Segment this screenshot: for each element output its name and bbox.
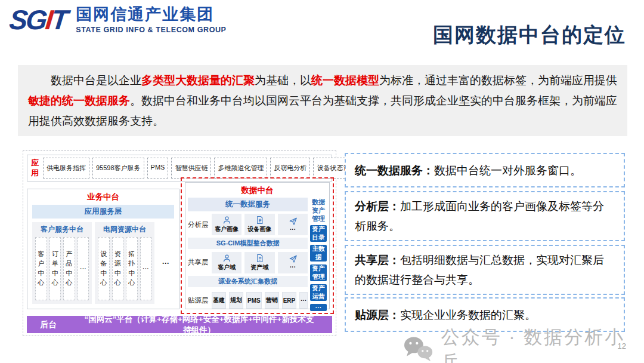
company-logo: SGIT 国网信通产业集团 STATE GRID INFO & TELECOM …	[10, 6, 227, 34]
data-layer-items: 基建规划PMS营销ERP···	[212, 292, 308, 309]
data-service-card[interactable]: 客户画像	[212, 214, 242, 235]
intro-text-segment: 为基础，以	[255, 74, 311, 87]
data-service-card[interactable]: 客户域	[212, 252, 242, 273]
data-service-card[interactable]: ···	[278, 214, 308, 235]
data-layer-items: 客户域资产域···	[212, 252, 308, 273]
business-sub-platform: 电网资源中台设 备 中 心资 源 中 心拓 扑 中 心···	[95, 222, 154, 304]
wechat-icon	[403, 336, 434, 363]
data-platform-layers: 统一数据服务 分析层客户画像设备画像···SG-CIM模型整合数据共享层客户域资…	[188, 197, 308, 312]
data-layer-row: 分析层客户画像设备画像···	[188, 213, 308, 236]
center-column[interactable]: 客 户 中 心	[35, 237, 47, 300]
intro-text-segment: 为标准，通过丰富的数据标签，为前端应用提供	[379, 74, 617, 87]
person-icon	[222, 216, 231, 224]
watermark: 公众号 · 数据分析小兵	[403, 325, 644, 363]
app-button[interactable]: 智慧供应链	[171, 158, 211, 179]
note-text: 分析层：加工形成面向业务的客户画像及标签等分析服务。	[355, 196, 615, 236]
source-system-chip[interactable]: PMS	[246, 292, 262, 309]
data-integration-bar: 源业务系统汇集数据	[188, 276, 308, 287]
data-platform-title: 数据中台	[188, 183, 327, 197]
data-service-label: ···	[290, 226, 296, 233]
app-button[interactable]: PMS	[147, 158, 169, 179]
app-button[interactable]: 反窃电分析	[270, 158, 310, 179]
note-term: 共享层：	[355, 254, 400, 266]
company-name-cn: 国网信通产业集团	[76, 6, 226, 24]
application-row-label: 应 用	[31, 158, 39, 178]
sub-platform-title: 电网资源中台	[98, 224, 151, 235]
source-system-chip[interactable]: 基建	[212, 292, 226, 309]
intro-paragraph: 数据中台是以企业多类型大数据量的汇聚为基础，以统一数据模型为标准，通过丰富的数据…	[18, 65, 627, 136]
data-service-card[interactable]: 设备画像	[244, 214, 274, 235]
note-desc: 数据中台统一对外服务窗口。	[434, 164, 581, 177]
unified-data-service-bar: 统一数据服务	[188, 198, 308, 211]
intro-text-segment: 数据中台是以企业	[51, 74, 141, 87]
data-layer-label: 贴源层	[188, 296, 209, 305]
note-term: 分析层：	[355, 200, 400, 213]
center-column[interactable]: 设 备 中 心	[98, 237, 110, 300]
asset-button[interactable]: 资产管理	[310, 264, 327, 281]
backend-bar: 后台 “国网云”平台（计算+存储+网络+安全+数据库+中间件+新技术支持组件）	[27, 316, 332, 333]
app-button[interactable]: 供电服务指挥	[43, 158, 89, 179]
center-column[interactable]: 订 单 中 心	[49, 237, 61, 300]
center-column[interactable]: 拓 扑 中 心	[126, 237, 138, 300]
data-asset-title: 数据资产管理	[310, 198, 327, 223]
source-system-chip[interactable]: 营销	[265, 292, 279, 309]
note-term: 贴源层：	[355, 309, 400, 321]
app-button[interactable]: 多维频道化管理	[214, 158, 267, 179]
more-column[interactable]: ···	[140, 237, 152, 300]
data-layer-row: 共享层客户域资产域···	[188, 250, 308, 274]
note-box: 统一数据服务：数据中台统一对外服务窗口。	[345, 153, 625, 187]
send-icon	[289, 254, 298, 263]
send-icon	[289, 217, 298, 226]
source-system-chip[interactable]: 规划	[229, 292, 243, 309]
data-service-card[interactable]: ···	[278, 252, 308, 273]
note-term: 统一数据服务：	[355, 164, 434, 177]
data-layer-label: 共享层	[188, 258, 209, 267]
more-column[interactable]: ···	[78, 237, 89, 300]
source-system-chip[interactable]: ERP	[282, 292, 297, 309]
logo-text-block: 国网信通产业集团 STATE GRID INFO & TELECOM GROUP	[76, 6, 226, 34]
asset-button[interactable]: 资产目录	[310, 225, 327, 242]
slide: SGIT 国网信通产业集团 STATE GRID INFO & TELECOM …	[0, 0, 644, 363]
data-asset-buttons: 资产目录主数据资产管理资产运营···	[310, 225, 327, 312]
center-columns: 客 户 中 心订 单 中 心产 品 中 心···	[35, 237, 89, 300]
architecture-diagram: 应 用 供电服务指挥95598客户服务PMS智慧供应链多维频道化管理反窃电分析设…	[23, 150, 336, 336]
data-service-label: 资产域	[251, 263, 269, 272]
asset-button[interactable]: ···	[310, 304, 327, 311]
application-buttons: 供电服务指挥95598客户服务PMS智慧供应链多维频道化管理反窃电分析设备状态评…	[43, 158, 385, 179]
note-box: 共享层：包括明细数据与汇总数据，实现对汇聚后的数据进行整合与共享。	[345, 245, 625, 295]
backend-label: 后台	[27, 319, 84, 330]
data-integration-bar: SG-CIM模型整合数据	[188, 238, 308, 249]
data-layer-label: 分析层	[188, 220, 209, 229]
data-service-label: 客户域	[218, 263, 236, 272]
data-service-label: ···	[290, 264, 296, 270]
center-column[interactable]: 产 品 中 心	[63, 237, 75, 300]
business-groups: 客户服务中台客 户 中 心订 单 中 心产 品 中 心···电网资源中台设 备 …	[27, 220, 179, 309]
intro-highlight: 统一数据模型	[311, 74, 379, 87]
business-platform-box: 业务中台 应用服务层 客户服务中台客 户 中 心订 单 中 心产 品 中 心··…	[27, 189, 179, 309]
backend-platform-text: “国网云”平台（计算+存储+网络+安全+数据库+中间件+新技术支持组件）	[84, 314, 332, 336]
intro-highlight: 多类型大数据量的汇聚	[141, 74, 255, 87]
note-text: 贴源层：实现企业业务数据的汇聚。	[355, 305, 615, 325]
asset-button[interactable]: 主数据	[310, 245, 327, 262]
data-service-card[interactable]: 资产域	[244, 252, 274, 273]
app-service-layer-bar: 应用服务层	[32, 205, 174, 219]
person-icon	[222, 254, 231, 263]
logo-letter-t: T	[50, 4, 69, 35]
asset-button[interactable]: 资产运营	[310, 284, 327, 301]
data-service-label: 设备画像	[248, 225, 272, 233]
note-text: 共享层：包括明细数据与汇总数据，实现对汇聚后的数据进行整合与共享。	[355, 250, 615, 290]
source-system-chip[interactable]: ···	[299, 292, 308, 309]
document-icon	[255, 216, 264, 224]
data-asset-panel: 数据资产管理 资产目录主数据资产管理资产运营···	[310, 197, 327, 312]
center-columns: 设 备 中 心资 源 中 心拓 扑 中 心···	[98, 237, 151, 300]
page-title: 国网数据中台的定位	[433, 21, 626, 49]
business-sub-platform: 客户服务中台客 户 中 心订 单 中 心产 品 中 心···	[32, 222, 92, 304]
business-more-label: ···	[157, 222, 174, 304]
center-column[interactable]: 资 源 中 心	[112, 237, 124, 300]
sgit-logo-icon: SGIT	[8, 6, 68, 33]
data-platform-highlight-border: 数据中台 统一数据服务 分析层客户画像设备画像···SG-CIM模型整合数据共享…	[181, 177, 334, 314]
logo-letters-sg: SG	[8, 4, 47, 35]
data-platform-box: 数据中台 统一数据服务 分析层客户画像设备画像···SG-CIM模型整合数据共享…	[185, 182, 330, 309]
app-button[interactable]: 95598客户服务	[92, 158, 144, 179]
intro-highlight: 敏捷的统一数据服务	[28, 94, 130, 107]
